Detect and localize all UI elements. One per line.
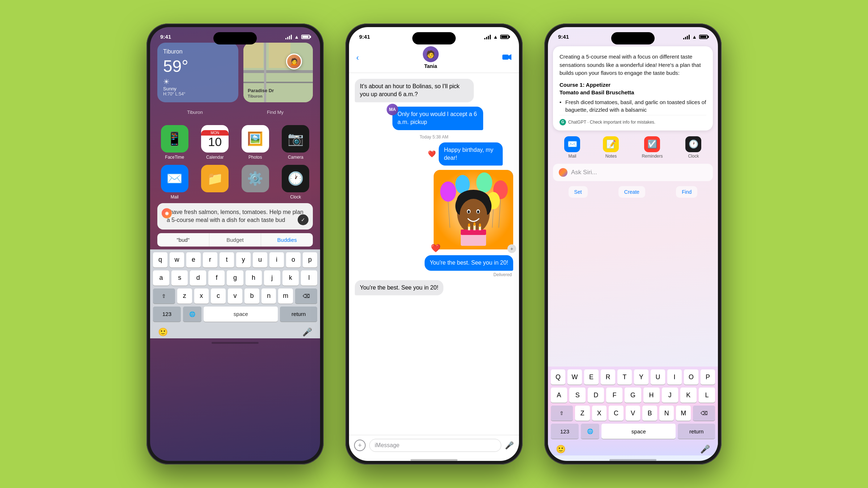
key3-emoji[interactable]: 🌐 [581,424,599,439]
key-y[interactable]: y [236,252,251,267]
autocomplete-bud[interactable]: "bud" [157,233,209,247]
key3-p[interactable]: P [701,369,715,385]
shortcut-clock[interactable]: 🕐 Clock [685,136,701,159]
key3-space[interactable]: space [601,424,676,439]
key-b[interactable]: b [244,288,259,304]
key3-123[interactable]: 123 [551,424,579,439]
key-m[interactable]: m [278,288,293,304]
key-s[interactable]: s [171,270,188,286]
settings-app[interactable]: ⚙️ [238,165,273,200]
shortcut-mail[interactable]: ✉️ Mail [564,136,580,159]
add-reaction-button[interactable]: + [507,244,516,253]
weather-widget[interactable]: Tiburon 59° ☀ Sunny H:70° L:54° [157,43,238,102]
maps-widget[interactable]: 🙍 Paradise Dr Tiburon [243,43,313,102]
siri-ask-bar[interactable]: Ask Siri... [553,164,713,181]
key3-c[interactable]: C [609,406,624,421]
key-a[interactable]: a [153,270,169,286]
key-z[interactable]: z [177,288,192,304]
siri-input-text[interactable]: I have fresh salmon, lemons, tomatoes. H… [163,208,307,224]
folder-app[interactable]: 📁 [198,165,233,200]
key3-j[interactable]: J [662,388,678,403]
svg-point-26 [468,210,470,213]
video-call-button[interactable] [502,53,512,63]
key3-r[interactable]: R [601,369,615,385]
siri-input-box[interactable]: ◉ I have fresh salmon, lemons, tomatoes.… [157,203,313,230]
key3-n[interactable]: N [659,406,674,421]
key-k[interactable]: k [282,270,299,286]
key3-u[interactable]: U [651,369,665,385]
back-button[interactable]: ‹ [356,53,359,63]
key3-y[interactable]: Y [634,369,648,385]
key3-f[interactable]: F [606,388,622,403]
autocomplete-buddies[interactable]: Buddies [261,233,313,247]
key-t[interactable]: t [220,252,234,267]
suggest-set[interactable]: Set [569,186,588,198]
key-v[interactable]: v [228,288,243,304]
emoji-button[interactable]: 🙂 [158,328,168,337]
mic-button-3[interactable]: 🎤 [700,445,710,454]
key3-v[interactable]: V [626,406,641,421]
shortcut-notes[interactable]: 📝 Notes [603,136,619,159]
key-space[interactable]: space [204,307,278,322]
key-return[interactable]: return [280,307,317,322]
clock-app[interactable]: 🕐 Clock [278,165,313,200]
key-q[interactable]: q [153,252,167,267]
key3-s[interactable]: S [569,388,586,403]
imessage-mic-button[interactable]: 🎤 [505,441,514,450]
key-shift[interactable]: ⇧ [153,288,175,304]
key-emoji[interactable]: 🌐 [183,307,201,322]
key-delete[interactable]: ⌫ [295,288,317,304]
photos-app[interactable]: 🖼️ Photos [238,125,273,160]
key3-d[interactable]: D [588,388,604,403]
key-f[interactable]: f [208,270,225,286]
key-l[interactable]: l [301,270,317,286]
key3-m[interactable]: M [676,406,691,421]
key3-t[interactable]: T [617,369,632,385]
key-i[interactable]: i [269,252,284,267]
calendar-app[interactable]: MON 10 Calendar [198,125,233,160]
key-w[interactable]: w [170,252,184,267]
key3-return[interactable]: return [678,424,715,439]
key-x[interactable]: x [194,288,209,304]
key3-g[interactable]: G [625,388,641,403]
key-j[interactable]: j [264,270,280,286]
key3-b[interactable]: B [642,406,657,421]
shortcut-reminders[interactable]: ☑️ Reminders [642,136,663,159]
contact-info[interactable]: 🧑 Tania [423,46,439,69]
key-p[interactable]: p [303,252,317,267]
key3-shift[interactable]: ⇧ [551,406,573,421]
key3-h[interactable]: H [643,388,660,403]
key3-q[interactable]: Q [551,369,565,385]
key-u[interactable]: u [253,252,267,267]
key-e[interactable]: e [186,252,201,267]
key3-i[interactable]: I [667,369,682,385]
key-r[interactable]: r [203,252,217,267]
key-h[interactable]: h [246,270,262,286]
autocomplete-budget[interactable]: Budget [209,233,261,247]
key-d[interactable]: d [190,270,206,286]
key3-e[interactable]: E [584,369,599,385]
key-123[interactable]: 123 [153,307,181,322]
key3-w[interactable]: W [567,369,582,385]
siri-send-button[interactable]: ✓ [298,214,309,225]
key3-a[interactable]: A [551,388,567,403]
key3-o[interactable]: O [684,369,698,385]
imessage-input[interactable]: iMessage [369,439,501,452]
key-n[interactable]: n [261,288,276,304]
suggest-find[interactable]: Find [676,186,697,198]
camera-app[interactable]: 📷 Camera [278,125,313,160]
mail-app[interactable]: ✉️ Mail [157,165,192,200]
key-o[interactable]: o [286,252,301,267]
key3-k[interactable]: K [680,388,697,403]
mic-button[interactable]: 🎤 [302,328,312,337]
emoji-button-3[interactable]: 🙂 [556,445,566,454]
key-c[interactable]: c [211,288,226,304]
imessage-plus-button[interactable]: + [354,440,366,451]
key3-z[interactable]: Z [575,406,590,421]
key3-delete[interactable]: ⌫ [693,406,715,421]
key-g[interactable]: g [227,270,243,286]
key3-l[interactable]: L [699,388,715,403]
key3-x[interactable]: X [592,406,607,421]
facetime-app[interactable]: 📱 FaceTime [157,125,192,160]
suggest-create[interactable]: Create [618,186,645,198]
